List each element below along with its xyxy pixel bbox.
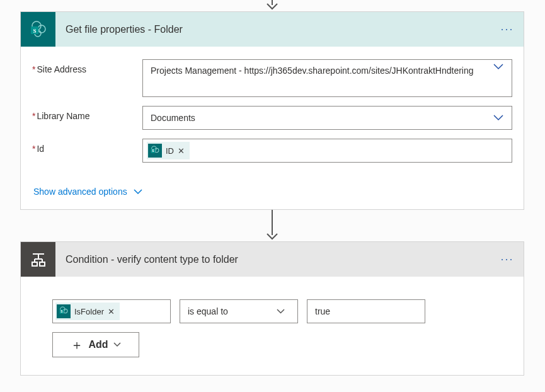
token-remove-icon[interactable]: ✕ [108,307,115,316]
svg-rect-17 [32,262,37,266]
flow-arrow-in [20,0,524,11]
required-star: * [32,64,35,74]
field-label: *Library Name [32,106,142,121]
sharepoint-icon: S [21,12,55,47]
action-header[interactable]: S Get file properties - Folder ··· [21,12,524,47]
library-name-value: Documents [143,111,485,125]
rhs-value: true [315,306,330,316]
condition-menu-button[interactable]: ··· [498,253,524,266]
chevron-down-icon [271,309,290,314]
show-advanced-options-link[interactable]: Show advanced options [33,187,142,197]
field-site-address-row: *Site Address Projects Management - http… [32,59,512,97]
dynamic-token-isfolder[interactable]: S IsFolder ✕ [55,303,120,320]
condition-icon [21,242,55,277]
plus-icon: ＋ [71,337,83,354]
site-address-value: Projects Management - https://jh365dev.s… [143,64,485,78]
condition-body: S IsFolder ✕ is equal to true ＋ Add [21,277,524,375]
condition-lhs-input[interactable]: S IsFolder ✕ [52,299,171,323]
action-condition: Condition - verify content type to folde… [20,241,524,376]
add-condition-button[interactable]: ＋ Add [52,332,139,357]
operator-value: is equal to [188,306,228,316]
svg-rect-18 [40,262,45,266]
field-label: *Site Address [32,59,142,74]
chevron-down-icon [113,342,121,347]
action-get-file-properties: S Get file properties - Folder ··· *Site… [20,11,524,210]
dynamic-token-id[interactable]: S ID ✕ [147,142,190,159]
flow-arrow-connector [20,210,524,241]
field-label: *Id [32,139,142,154]
required-star: * [32,111,35,121]
condition-rhs-input[interactable]: true [307,299,425,323]
field-library-name-row: *Library Name Documents [32,106,512,130]
token-label: ID [166,146,174,156]
action-title: Get file properties - Folder [55,24,498,35]
token-label: IsFolder [74,307,104,316]
field-id-row: *Id S ID ✕ [32,139,512,163]
required-star: * [32,144,35,154]
chevron-down-icon [485,115,512,121]
chevron-down-icon [485,64,512,70]
sharepoint-icon: S [57,304,71,318]
token-remove-icon[interactable]: ✕ [178,146,185,156]
site-address-dropdown[interactable]: Projects Management - https://jh365dev.s… [142,59,512,97]
condition-header[interactable]: Condition - verify content type to folde… [21,242,524,277]
chevron-down-icon [134,189,142,195]
action-menu-button[interactable]: ··· [498,23,524,36]
condition-operator-dropdown[interactable]: is equal to [180,299,298,323]
svg-text:S: S [33,27,36,33]
condition-title: Condition - verify content type to folde… [55,254,498,265]
condition-expression-row: S IsFolder ✕ is equal to true [52,299,492,323]
id-input[interactable]: S ID ✕ [142,139,512,163]
action-body: *Site Address Projects Management - http… [21,47,524,209]
library-name-dropdown[interactable]: Documents [142,106,512,130]
sharepoint-icon: S [148,144,162,158]
